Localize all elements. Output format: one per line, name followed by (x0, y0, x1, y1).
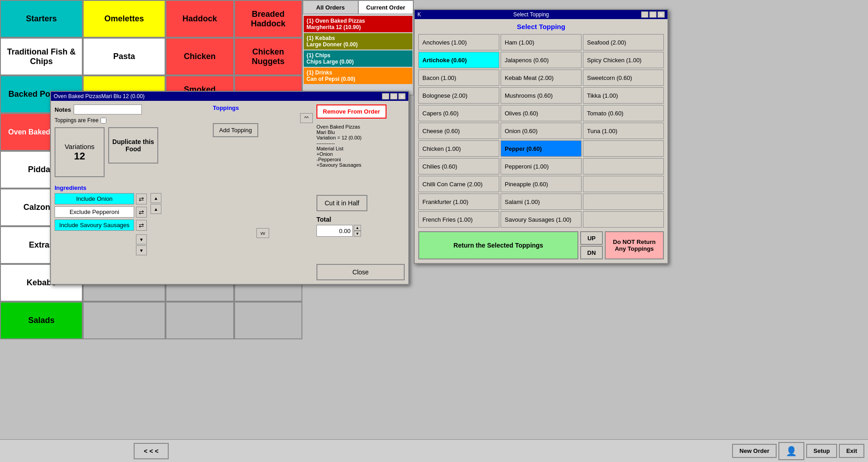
topping-empty-11c (583, 211, 664, 228)
close-title-button[interactable]: ✕ (398, 93, 406, 99)
topping-bolognese[interactable]: Bolognese (2.00) (418, 87, 499, 104)
ingredient-include-onion[interactable]: Include Onion (55, 193, 134, 204)
exit-button[interactable]: Exit (839, 444, 864, 458)
menu-btn-haddock[interactable]: Haddock (166, 0, 234, 38)
topping-cheese[interactable]: Cheese (0.60) (418, 123, 499, 139)
topping-up-arrow[interactable]: ^^ (300, 113, 313, 123)
topping-sweetcorn[interactable]: Sweetcorn (0.60) (583, 70, 664, 86)
order-items-list: {1} Oven Baked PizzasMargherita 12 (10.9… (303, 14, 413, 86)
toppings-free-checkbox[interactable] (100, 118, 106, 124)
order-item-1[interactable]: {1} KebabsLarge Donner (0.00) (304, 33, 412, 50)
add-topping-button[interactable]: Add Topping (213, 123, 258, 137)
topping-chicken[interactable]: Chicken (1.00) (418, 140, 499, 157)
dn-button[interactable]: DN (580, 246, 603, 259)
topping-tikka[interactable]: Tikka (1.00) (583, 87, 664, 104)
order-panel: All Orders Current Order {1} Oven Baked … (302, 0, 414, 95)
setup-button[interactable]: Setup (806, 444, 837, 458)
ingredient-down-arrow2[interactable]: ▼ (136, 245, 147, 255)
topping-ham[interactable]: Ham (1.00) (501, 34, 582, 50)
back-button[interactable]: < < < (134, 443, 168, 459)
topping-olives[interactable]: Olives (0.60) (501, 105, 582, 121)
menu-btn-pasta[interactable]: Pasta (83, 38, 166, 75)
user-icon-button[interactable]: 👤 (778, 442, 804, 460)
variations-section: Variations 12 (55, 127, 105, 181)
topping-close-button[interactable]: ✕ (657, 11, 665, 18)
up-button[interactable]: UP (580, 231, 603, 245)
menu-row-1: Starters Omelettes Haddock Breaded Haddo… (0, 0, 302, 38)
topping-modal-title-icon: K (417, 11, 421, 18)
topping-minimize-button[interactable]: _ (641, 11, 648, 18)
ingredient-swap-0[interactable]: ⇄ (136, 194, 147, 204)
total-input[interactable] (316, 225, 353, 237)
ingredient-up-arrow2[interactable]: ▲ (151, 204, 161, 214)
total-spin-up[interactable]: ▲ (354, 225, 361, 231)
tab-all-orders[interactable]: All Orders (303, 0, 358, 14)
menu-btn-omelettes[interactable]: Omelettes (83, 0, 166, 38)
order-item-2[interactable]: {1} ChipsChips Large (0.00) (304, 50, 412, 67)
toppings-down-arrows: vv (256, 228, 269, 238)
remove-from-order-button[interactable]: Remove From Order (316, 104, 386, 119)
ingredient-row-1: Exclude Pepperoni ⇄ (55, 206, 147, 218)
topping-tuna[interactable]: Tuna (1.00) (583, 123, 664, 139)
ingredient-swap-2[interactable]: ⇄ (136, 220, 147, 231)
topping-empty-10c (583, 194, 664, 210)
toppings-down-area: vv (213, 228, 313, 238)
topping-artichoke[interactable]: Artichoke (0.60) (418, 52, 499, 68)
topping-spicy-chicken[interactable]: Spicy Chicken (1.00) (583, 52, 664, 68)
topping-onion[interactable]: Onion (0.60) (501, 123, 582, 139)
menu-btn-salads[interactable]: Salads (0, 302, 83, 339)
topping-salami[interactable]: Salami (1.00) (501, 194, 582, 210)
menu-btn-fish-chips[interactable]: Traditional Fish & Chips (0, 38, 83, 75)
topping-pineapple[interactable]: Pineapple (0.60) (501, 176, 582, 192)
ingredients-label: Ingredients (55, 184, 209, 191)
topping-chilies[interactable]: Chilies (0.60) (418, 158, 499, 174)
duplicate-button[interactable]: Duplicate this Food (108, 127, 158, 164)
menu-btn-starters[interactable]: Starters (0, 0, 83, 38)
topping-kebab-meat[interactable]: Kebab Meat (2.00) (501, 70, 582, 86)
ingredient-include-sausages[interactable]: Include Savoury Sausages (55, 219, 134, 231)
topping-chilli-con-carne[interactable]: Chilli Con Carne (2.00) (418, 176, 499, 192)
duplicate-section: Duplicate this Food (108, 127, 158, 164)
topping-french-fries[interactable]: French Fries (1.00) (418, 211, 499, 228)
ingredient-exclude-pepperoni[interactable]: Exclude Pepperoni (55, 206, 134, 218)
variations-button[interactable]: Variations 12 (55, 127, 105, 177)
menu-btn-chicken[interactable]: Chicken (166, 38, 234, 75)
order-item-0[interactable]: {1} Oven Baked PizzasMargherita 12 (10.9… (304, 16, 412, 32)
topping-tomato[interactable]: Tomato (0.60) (583, 105, 664, 121)
ingredients-arrows: ▲ ▲ (151, 193, 161, 233)
ingredient-swap-1[interactable]: ⇄ (136, 207, 147, 218)
topping-anchovies[interactable]: Anchovies (1.00) (418, 34, 499, 50)
topping-down-arrow[interactable]: vv (256, 228, 269, 238)
ingredient-up-arrow[interactable]: ▲ (151, 193, 161, 203)
topping-jalapenos[interactable]: Jalapenos (0.60) (501, 52, 582, 68)
up-dn-buttons: UP DN (580, 231, 603, 259)
topping-mushrooms[interactable]: Mushrooms (0.60) (501, 87, 582, 104)
maximize-button[interactable]: □ (390, 93, 397, 99)
tab-current-order[interactable]: Current Order (358, 0, 414, 14)
menu-btn-chicken-nuggets[interactable]: Chicken Nuggets (234, 38, 303, 75)
cut-in-half-button[interactable]: Cut it in Half (316, 195, 367, 211)
topping-frankfurter[interactable]: Frankfurter (1.00) (418, 194, 499, 210)
food-modal-mid: Toppings ^^ Add Topping vv (213, 104, 313, 280)
ingredient-down-arrow[interactable]: ▼ (136, 234, 147, 244)
topping-pepper[interactable]: Pepper (0.60) (501, 140, 582, 157)
total-spin-down[interactable]: ▼ (354, 231, 361, 237)
menu-btn-breaded-haddock[interactable]: Breaded Haddock (234, 0, 303, 38)
ingredient-row-0: Include Onion ⇄ (55, 193, 147, 204)
do-not-return-button[interactable]: Do NOT Return Any Toppings (605, 231, 664, 259)
minimize-button[interactable]: _ (382, 93, 389, 99)
notes-input[interactable] (74, 104, 142, 114)
topping-seafood[interactable]: Seafood (2.00) (583, 34, 664, 50)
return-selected-button[interactable]: Return the Selected Toppings (418, 231, 578, 259)
food-modal: Oven Baked PizzasMari Blu 12 (0.00) _ □ … (50, 91, 409, 285)
topping-maximize-button[interactable]: □ (649, 11, 657, 18)
topping-savoury-sausages[interactable]: Savoury Sausages (1.00) (501, 211, 582, 228)
topping-bacon[interactable]: Bacon (1.00) (418, 70, 499, 86)
close-modal-button[interactable]: Close (316, 264, 405, 280)
topping-pepperoni[interactable]: Pepperoni (1.00) (501, 158, 582, 174)
new-order-button[interactable]: New Order (732, 444, 777, 458)
nav-bottom: < < < (0, 439, 302, 462)
order-item-3[interactable]: {1} DrinksCan of Pepsi (0.00) (304, 68, 412, 84)
topping-capers[interactable]: Capers (0.60) (418, 105, 499, 121)
toppings-area: ^^ (213, 113, 313, 123)
